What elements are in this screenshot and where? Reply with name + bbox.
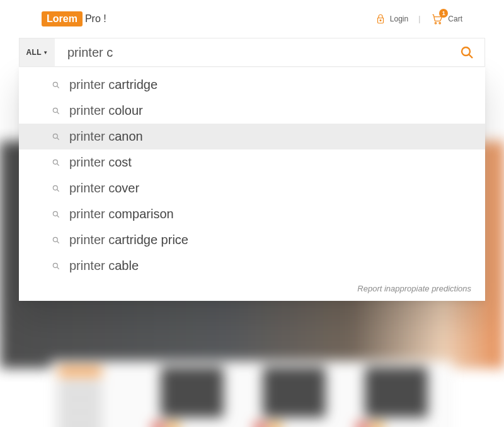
- header: Lorem Pro ! Login |: [0, 0, 504, 38]
- svg-line-12: [57, 163, 59, 165]
- svg-line-10: [57, 137, 59, 139]
- svg-point-5: [53, 82, 57, 86]
- svg-point-1: [435, 23, 437, 24]
- svg-point-3: [462, 47, 470, 56]
- cart-label: Cart: [448, 15, 462, 23]
- svg-point-19: [53, 263, 57, 267]
- suggestion-text: printer cable: [69, 259, 139, 273]
- svg-point-0: [380, 20, 381, 21]
- svg-line-16: [57, 215, 59, 217]
- header-right: Login | 1 Cart: [375, 13, 462, 25]
- suggestion-text: printer cover: [69, 181, 139, 196]
- chevron-down-icon: ▼: [43, 50, 48, 56]
- cart-count-badge: 1: [439, 9, 448, 18]
- svg-point-2: [439, 23, 440, 24]
- suggestion-item[interactable]: printer canon: [19, 124, 485, 149]
- search-icon: [52, 210, 60, 219]
- header-divider: |: [418, 15, 420, 23]
- suggestion-text: printer cartridge price: [69, 233, 188, 247]
- suggestion-item[interactable]: printer colour: [19, 98, 485, 124]
- logo-rest: Pro !: [85, 13, 106, 25]
- login-label: Login: [390, 15, 408, 23]
- suggestion-item[interactable]: printer cartridge: [19, 72, 485, 98]
- category-dropdown[interactable]: ALL ▼: [20, 38, 55, 66]
- svg-line-4: [469, 55, 473, 59]
- svg-line-14: [57, 189, 59, 191]
- logo-badge: Lorem: [42, 11, 83, 26]
- search-icon: [52, 184, 60, 193]
- login-link[interactable]: Login: [375, 13, 408, 25]
- search-icon: [52, 81, 60, 90]
- search-icon: [459, 45, 474, 60]
- suggestion-text: printer comparison: [69, 207, 174, 221]
- lock-icon: [375, 13, 386, 25]
- suggestion-item[interactable]: printer cost: [19, 149, 485, 175]
- suggestion-item[interactable]: printer cover: [19, 175, 485, 201]
- svg-point-11: [53, 160, 57, 164]
- suggestion-text: printer canon: [69, 129, 143, 144]
- cart-link[interactable]: 1 Cart: [430, 13, 462, 25]
- report-predictions-link[interactable]: Report inappropiate predictions: [19, 279, 485, 296]
- svg-line-18: [57, 241, 59, 243]
- search-icon: [52, 262, 60, 271]
- search-bar: ALL ▼: [19, 38, 485, 67]
- svg-line-20: [57, 267, 59, 269]
- search-icon: [52, 236, 60, 245]
- logo[interactable]: Lorem Pro !: [42, 11, 106, 26]
- suggestion-text: printer cost: [69, 155, 132, 170]
- svg-point-15: [53, 211, 57, 216]
- suggestion-text: printer cartridge: [69, 78, 158, 92]
- search-suggestions: printer cartridgeprinter colourprinter c…: [19, 66, 485, 301]
- svg-point-9: [53, 134, 57, 138]
- search-icon: [52, 132, 60, 141]
- suggestion-item[interactable]: printer cable: [19, 253, 485, 279]
- suggestion-item[interactable]: printer cartridge price: [19, 227, 485, 253]
- suggestion-text: printer colour: [69, 103, 143, 118]
- search-icon: [52, 107, 60, 115]
- search-icon: [52, 158, 60, 167]
- category-label: ALL: [26, 48, 42, 57]
- suggestion-item[interactable]: printer comparison: [19, 201, 485, 227]
- svg-point-17: [53, 237, 57, 242]
- svg-line-8: [57, 112, 59, 114]
- search-button[interactable]: [449, 38, 484, 66]
- svg-point-7: [53, 108, 57, 112]
- svg-point-13: [53, 185, 57, 190]
- svg-line-6: [57, 86, 59, 88]
- search-input[interactable]: [55, 38, 449, 66]
